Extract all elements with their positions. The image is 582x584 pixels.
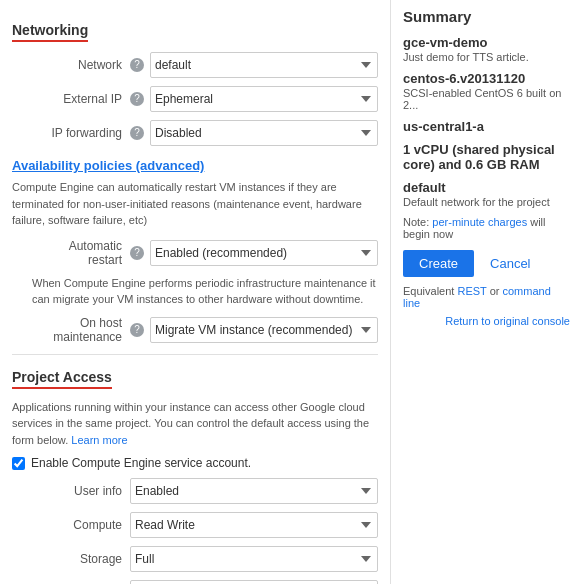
action-buttons: Create Cancel — [403, 250, 570, 277]
learn-more-link[interactable]: Learn more — [71, 434, 127, 446]
on-host-maintenance-select[interactable]: Migrate VM instance (recommended) — [150, 317, 378, 343]
task-queue-select[interactable]: None — [130, 580, 378, 584]
ip-forwarding-row: IP forwarding ? Disabled — [12, 120, 378, 146]
network-help-icon[interactable]: ? — [130, 58, 144, 72]
external-ip-label: External IP — [32, 92, 122, 106]
summary-title: Summary — [403, 8, 570, 25]
summary-sidebar: Summary gce-vm-demo Just demo for TTS ar… — [390, 0, 582, 584]
os-desc: SCSI-enabled CentOS 6 built on 2... — [403, 87, 570, 111]
availability-title[interactable]: Availability policies (advanced) — [12, 158, 204, 173]
user-info-select[interactable]: Enabled — [130, 478, 378, 504]
project-access-title: Project Access — [12, 369, 112, 389]
ip-forwarding-help-icon[interactable]: ? — [130, 126, 144, 140]
equivalent-row: Equivalent REST or command line — [403, 285, 570, 309]
availability-description: Compute Engine can automatically restart… — [12, 179, 378, 229]
networking-section: Networking Network ? default External IP… — [12, 22, 378, 146]
machine-type: 1 vCPU (shared physical core) and 0.6 GB… — [403, 142, 570, 172]
rest-link[interactable]: REST — [457, 285, 486, 297]
external-ip-select[interactable]: Ephemeral — [150, 86, 378, 112]
per-minute-charges-link[interactable]: per-minute charges — [432, 216, 527, 228]
networking-title: Networking — [12, 22, 88, 42]
user-info-label: User info — [32, 484, 122, 498]
external-ip-row: External IP ? Ephemeral — [12, 86, 378, 112]
storage-label: Storage — [32, 552, 122, 566]
user-info-row: User info Enabled — [12, 478, 378, 504]
automatic-restart-select[interactable]: Enabled (recommended) — [150, 240, 378, 266]
divider-1 — [12, 354, 378, 355]
return-console-link[interactable]: Return to original console — [403, 309, 570, 327]
on-host-maintenance-row: On host maintenance ? Migrate VM instanc… — [12, 316, 378, 344]
automatic-restart-label: Automatic restart — [32, 239, 122, 267]
migration-description: When Compute Engine performs periodic in… — [12, 275, 378, 308]
service-account-label: Enable Compute Engine service account. — [31, 456, 251, 470]
instance-desc: Just demo for TTS article. — [403, 51, 570, 63]
external-ip-help-icon[interactable]: ? — [130, 92, 144, 106]
zone: us-central1-a — [403, 119, 570, 134]
main-panel: Networking Network ? default External IP… — [0, 0, 390, 584]
compute-row: Compute Read Write — [12, 512, 378, 538]
instance-name: gce-vm-demo — [403, 35, 570, 50]
network-select[interactable]: default — [150, 52, 378, 78]
project-access-section: Project Access Applications running with… — [12, 369, 378, 585]
os-name: centos-6.v20131120 — [403, 71, 570, 86]
create-button[interactable]: Create — [403, 250, 474, 277]
note-text: Note: per-minute charges will begin now — [403, 216, 570, 240]
project-access-description: Applications running within your instanc… — [12, 399, 378, 449]
storage-row: Storage Full — [12, 546, 378, 572]
network-name: default — [403, 180, 570, 195]
service-account-checkbox[interactable] — [12, 457, 25, 470]
compute-label: Compute — [32, 518, 122, 532]
network-desc: Default network for the project — [403, 196, 570, 208]
network-row: Network ? default — [12, 52, 378, 78]
availability-section: Availability policies (advanced) Compute… — [12, 158, 378, 344]
on-host-maintenance-help-icon[interactable]: ? — [130, 323, 144, 337]
storage-select[interactable]: Full — [130, 546, 378, 572]
service-account-checkbox-row: Enable Compute Engine service account. — [12, 456, 378, 470]
automatic-restart-row: Automatic restart ? Enabled (recommended… — [12, 239, 378, 267]
ip-forwarding-label: IP forwarding — [32, 126, 122, 140]
network-label: Network — [32, 58, 122, 72]
automatic-restart-help-icon[interactable]: ? — [130, 246, 144, 260]
on-host-maintenance-label: On host maintenance — [32, 316, 122, 344]
cancel-button[interactable]: Cancel — [482, 250, 538, 277]
compute-select[interactable]: Read Write — [130, 512, 378, 538]
task-queue-row: Task queue None — [12, 580, 378, 584]
ip-forwarding-select[interactable]: Disabled — [150, 120, 378, 146]
